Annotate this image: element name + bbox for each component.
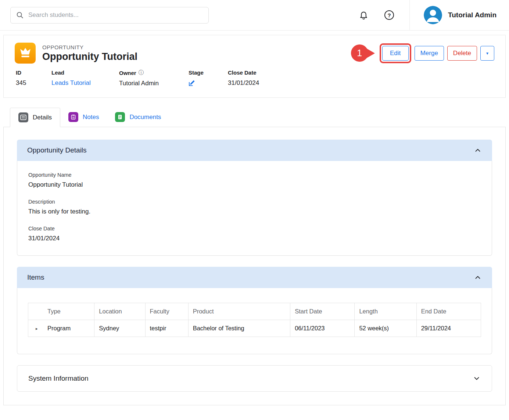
items-body: Type Location Faculty Product Start Date… xyxy=(17,288,492,354)
col-header-start-date: Start Date xyxy=(290,303,355,320)
search-icon xyxy=(16,11,24,19)
topbar: ? Tutorial Admin xyxy=(0,0,509,30)
items-section: Items Type Location Faculty Prod xyxy=(17,267,492,354)
annotation-number: 1 xyxy=(351,44,368,62)
col-header-end-date: End Date xyxy=(416,303,481,320)
opportunity-details-body: Opportunity Name Opportunity Tutorial De… xyxy=(17,161,492,256)
lead-label: Lead xyxy=(51,69,119,76)
notes-clipboard-icon xyxy=(68,112,78,122)
user-area[interactable]: Tutorial Admin xyxy=(409,0,509,30)
tab-details[interactable]: Details xyxy=(10,108,60,127)
owner-label: Owner ⓘ xyxy=(119,69,189,76)
items-title: Items xyxy=(27,273,44,281)
summary-field-stage: Stage xyxy=(189,69,228,87)
user-name: Tutorial Admin xyxy=(448,11,497,19)
page-title: Opportunity Tutorial xyxy=(42,51,137,62)
record-header-text: OPPORTUNITY Opportunity Tutorial xyxy=(42,44,137,62)
search-input[interactable] xyxy=(28,11,203,19)
field-label: Close Date xyxy=(28,226,481,231)
close-date-value: 31/01/2024 xyxy=(228,79,259,87)
details-panel: Opportunity Details Opportunity Name Opp… xyxy=(3,127,506,405)
tab-notes-label: Notes xyxy=(83,114,99,121)
tab-documents[interactable]: Documents xyxy=(107,107,169,127)
collapse-chevron-up-icon[interactable] xyxy=(474,273,482,281)
col-header-faculty: Faculty xyxy=(145,303,188,320)
table-row[interactable]: ▸ Program Sydney testpir Bachelor of Tes… xyxy=(28,320,481,337)
id-value: 345 xyxy=(16,79,51,87)
tab-details-label: Details xyxy=(33,114,52,121)
expand-chevron-down-icon[interactable] xyxy=(473,374,481,383)
items-header[interactable]: Items xyxy=(17,267,492,288)
summary-field-id: ID 345 xyxy=(16,69,51,87)
row-expand-icon[interactable]: ▸ xyxy=(36,326,38,331)
summary-row: ID 345 Lead Leads Tutorial Owner ⓘ Tutor… xyxy=(4,67,505,97)
col-header-type: Type xyxy=(28,303,94,320)
opportunity-details-section: Opportunity Details Opportunity Name Opp… xyxy=(17,140,492,256)
items-table: Type Location Faculty Product Start Date… xyxy=(28,303,481,337)
id-label: ID xyxy=(16,69,51,76)
cell-start-date: 06/11/2023 xyxy=(290,320,355,337)
topbar-icons: ? xyxy=(359,10,394,20)
notifications-bell-icon[interactable] xyxy=(359,10,368,20)
avatar[interactable] xyxy=(424,6,442,24)
lead-link[interactable]: Leads Tutorial xyxy=(51,79,119,87)
entity-label: OPPORTUNITY xyxy=(42,44,137,50)
stage-edit-pencil-icon[interactable] xyxy=(189,79,228,86)
cell-end-date: 29/11/2024 xyxy=(416,320,481,337)
summary-field-lead: Lead Leads Tutorial xyxy=(51,69,119,87)
system-information-title: System Information xyxy=(28,374,89,383)
delete-button[interactable]: Delete xyxy=(447,46,477,61)
field-value: This is only for testing. xyxy=(28,208,481,215)
owner-value: Tutorial Admin xyxy=(119,80,189,87)
summary-field-owner: Owner ⓘ Tutorial Admin xyxy=(119,69,189,87)
chevron-down-icon: ▾ xyxy=(486,51,488,56)
cell-location: Sydney xyxy=(94,320,145,337)
field-opportunity-name: Opportunity Name Opportunity Tutorial xyxy=(28,172,481,189)
documents-file-icon xyxy=(115,112,125,122)
edit-button-highlight: Edit xyxy=(380,43,411,63)
cell-faculty: testpir xyxy=(145,320,188,337)
search-box[interactable] xyxy=(10,7,209,24)
record-header-row: OPPORTUNITY Opportunity Tutorial 1 Edit … xyxy=(4,35,505,67)
cell-type-value: Program xyxy=(47,325,71,331)
system-information-section[interactable]: System Information xyxy=(17,365,492,392)
details-list-icon xyxy=(18,112,28,122)
tab-documents-label: Documents xyxy=(129,114,161,121)
header-actions: 1 Edit Merge Delete ▾ xyxy=(351,43,494,63)
field-description: Description This is only for testing. xyxy=(28,199,481,215)
field-value: Opportunity Tutorial xyxy=(28,181,481,189)
help-icon[interactable]: ? xyxy=(384,10,394,20)
stage-label: Stage xyxy=(189,69,228,76)
items-table-header-row: Type Location Faculty Product Start Date… xyxy=(28,303,481,320)
close-date-label: Close Date xyxy=(228,69,259,76)
col-header-product: Product xyxy=(188,303,290,320)
col-header-length: Length xyxy=(355,303,416,320)
annotation-step-1: 1 xyxy=(351,44,375,62)
opportunity-details-title: Opportunity Details xyxy=(27,146,87,154)
cell-product: Bachelor of Testing xyxy=(188,320,290,337)
field-close-date: Close Date 31/01/2024 xyxy=(28,226,481,242)
opportunity-details-header[interactable]: Opportunity Details xyxy=(17,140,492,161)
cell-type: ▸ Program xyxy=(28,320,94,337)
field-label: Description xyxy=(28,199,481,205)
field-label: Opportunity Name xyxy=(28,172,481,178)
cell-length: 52 week(s) xyxy=(355,320,416,337)
record-tabs: Details Notes Documents xyxy=(10,107,509,127)
record-header-card: OPPORTUNITY Opportunity Tutorial 1 Edit … xyxy=(3,35,506,98)
info-icon: ⓘ xyxy=(139,69,144,76)
tab-notes[interactable]: Notes xyxy=(60,107,107,127)
col-header-location: Location xyxy=(94,303,145,320)
more-actions-dropdown-button[interactable]: ▾ xyxy=(480,46,494,61)
edit-button[interactable]: Edit xyxy=(382,46,409,61)
collapse-chevron-up-icon[interactable] xyxy=(474,146,482,154)
summary-field-close-date: Close Date 31/01/2024 xyxy=(228,69,259,87)
merge-button[interactable]: Merge xyxy=(415,46,444,61)
field-value: 31/01/2024 xyxy=(28,235,481,242)
opportunity-crown-icon xyxy=(15,43,36,64)
owner-label-text: Owner xyxy=(119,70,136,76)
